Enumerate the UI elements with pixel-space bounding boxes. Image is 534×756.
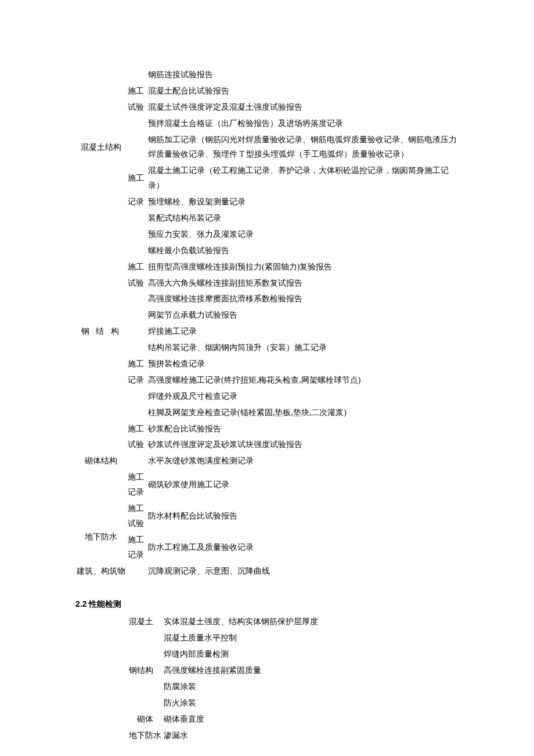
- subcat-shigong: 施工: [127, 421, 147, 437]
- category-concrete-perf: 混凝土: [128, 614, 163, 630]
- category-building: 建筑、构筑物: [75, 563, 127, 579]
- subcat-shiyan: 试验: [127, 99, 147, 116]
- item-text: 扭剪型高强度螺栓连接副预拉力(紧固轴力)复验报告: [147, 259, 459, 275]
- item-text: 混凝土试件强度评定及混凝土强度试验报告: [147, 99, 459, 116]
- item-text: 防腐涂装: [163, 679, 459, 695]
- item-text: 柱脚及网架支座检查记录(锚栓紧固,垫板,垫块,二次灌浆): [147, 405, 459, 421]
- category-steel: 钢 结 构: [75, 323, 127, 340]
- item-text: 钢筋加工记录（钢筋闪光对焊质量验收记录、钢筋电弧焊质量验收记录、钢筋电渣压力焊质…: [147, 132, 459, 163]
- item-text: 焊缝内部质量检测: [163, 646, 459, 663]
- item-text: 钢筋连接试验报告: [147, 67, 459, 83]
- subcat-shigong-shiyan: 施工试验: [127, 501, 147, 532]
- subcat-shigong: 施工记录: [127, 469, 147, 501]
- item-text: 网架节点承载力试验报告: [147, 307, 459, 323]
- item-text: 水平灰缝砂浆饱满度检测记录: [147, 453, 459, 469]
- item-text: 防火涂装: [163, 695, 459, 711]
- item-text: 混凝土施工记录（砼工程施工记录、养护记录，大体积砼温控记录，烟囱简身施工记录）: [147, 163, 459, 194]
- subcat-shigong: 施工: [127, 259, 147, 275]
- item-text: 预埋螺栓、敷设架测量记录: [147, 194, 459, 210]
- category-concrete: 混凝土结构: [75, 132, 127, 163]
- subcat-shigong-jilu: 施工记录: [127, 532, 147, 563]
- subcat-jilu: 记录: [127, 194, 147, 210]
- item-text: 砂浆试件强度评定及砂浆试块强度试验报告: [147, 437, 459, 453]
- item-text: 高强度螺栓连接副紧固质量: [163, 663, 459, 679]
- category-steel-perf: 钢结构: [128, 663, 163, 679]
- category-waterproof: 地下防水: [75, 521, 127, 553]
- item-text: 高强大六角头螺栓连接副扭矩系数复试报告: [147, 275, 459, 291]
- subcat-shigong: 施工: [127, 356, 147, 372]
- item-text: 装配式结构吊装记录: [147, 210, 459, 226]
- item-text: 预拌混凝土合格证（出厂检验报告）及进场坍落度记录: [147, 116, 459, 132]
- category-masonry: 砌体结构: [75, 453, 127, 469]
- category-masonry-perf: 砌体: [128, 711, 163, 728]
- subcat-shigong: 施工: [127, 163, 147, 194]
- item-text: 螺栓最小负载试验报告: [147, 243, 459, 259]
- category-concrete: [75, 67, 127, 83]
- item-text: 渗漏水: [163, 728, 459, 744]
- performance-test-table: 混凝土 实体混凝土强度、结构实体钢筋保护层厚度 混凝土质量水平控制 焊缝内部质量…: [75, 614, 459, 743]
- construction-records-table: 钢筋连接试验报告 施工 混凝土配合比试验报告 试验 混凝土试件强度评定及混凝土强…: [75, 67, 459, 579]
- subcat-shiyan: 试验: [127, 437, 147, 453]
- item-text: 砌体垂直度: [163, 711, 459, 728]
- item-text: 高强度螺栓连接摩擦面抗滑移系数检验报告: [147, 291, 459, 307]
- subcat-shiyan: 试验: [127, 275, 147, 291]
- subcat-blank: [127, 67, 147, 83]
- item-text: 混凝土配合比试验报告: [147, 83, 459, 99]
- item-text: 防水材料配合比试验报告: [147, 501, 459, 532]
- subcat-jilu: 记录: [127, 372, 147, 388]
- category-waterproof-perf: 地下防水: [128, 728, 163, 744]
- item-text: 结构吊装记录、烟囱钢内筒顶升（安装）施工记录: [147, 340, 459, 356]
- item-text: 预应力安装、张力及灌浆记录: [147, 226, 459, 243]
- item-text: 砌筑砂浆使用施工记录: [147, 469, 459, 501]
- section-heading-performance: 2.2 性能检测: [75, 597, 459, 612]
- item-text: 高强度螺栓施工记录(终拧扭矩,梅花头检查,网架螺栓球节点): [147, 372, 459, 388]
- item-text: 焊接施工记录: [147, 323, 459, 340]
- item-text: 沉降观测记录、示意图、沉降曲线: [147, 563, 459, 579]
- item-text: 焊缝外观及尺寸检查记录: [147, 388, 459, 405]
- item-text: 实体混凝土强度、结构实体钢筋保护层厚度: [163, 614, 459, 630]
- item-text: 砂浆配合比试验报告: [147, 421, 459, 437]
- item-text: 预拼装检查记录: [147, 356, 459, 372]
- item-text: 防水工程施工及质量验收记录: [147, 532, 459, 563]
- item-text: 混凝土质量水平控制: [163, 630, 459, 646]
- subcat-shigong: 施工: [127, 83, 147, 99]
